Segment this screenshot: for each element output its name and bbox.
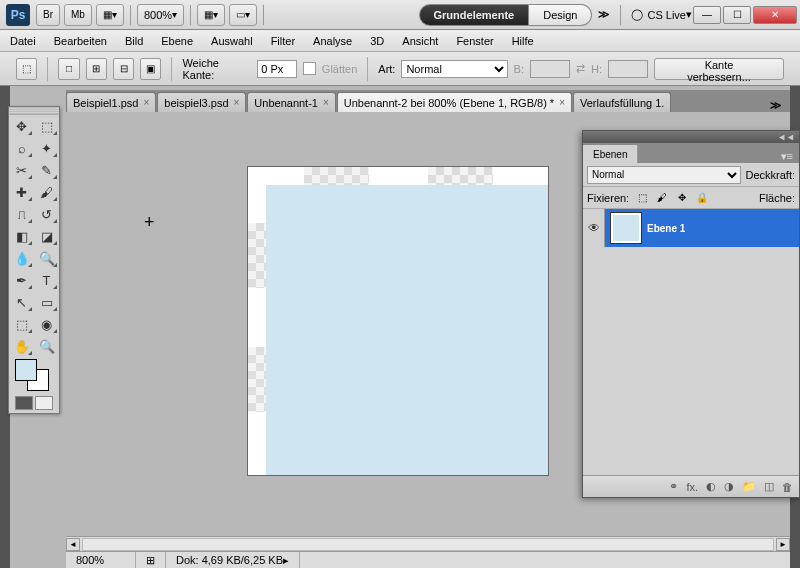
- menu-ebene[interactable]: Ebene: [161, 35, 193, 47]
- panel-tab-ebenen[interactable]: Ebenen: [583, 145, 638, 163]
- toolbox-grip[interactable]: [9, 107, 59, 115]
- menu-auswahl[interactable]: Auswahl: [211, 35, 253, 47]
- path-tool[interactable]: ↖: [9, 291, 34, 313]
- menu-bearbeiten[interactable]: Bearbeiten: [54, 35, 107, 47]
- scroll-left[interactable]: ◄: [66, 538, 80, 551]
- panel-menu-icon[interactable]: ▾≡: [775, 150, 799, 163]
- color-swatches[interactable]: [9, 357, 59, 393]
- window-close[interactable]: ✕: [753, 6, 797, 24]
- fx-icon[interactable]: fx.: [686, 481, 698, 493]
- type-tool[interactable]: T: [34, 269, 59, 291]
- 3d-camera-tool[interactable]: ◉: [34, 313, 59, 335]
- lock-all-icon[interactable]: 🔒: [695, 191, 709, 205]
- bridge-button[interactable]: Br: [36, 4, 60, 26]
- layer-name[interactable]: Ebene 1: [647, 223, 685, 234]
- tabs-overflow[interactable]: ≫: [762, 99, 790, 112]
- arrange-docs-button[interactable]: ▦▾: [197, 4, 225, 26]
- menu-filter[interactable]: Filter: [271, 35, 295, 47]
- tab-beispiel1[interactable]: Beispiel1.psd×: [66, 92, 156, 112]
- marquee-tool[interactable]: ⬚: [34, 115, 59, 137]
- mask-icon[interactable]: ◐: [706, 480, 716, 493]
- horizontal-scrollbar[interactable]: ◄ ►: [66, 536, 790, 551]
- marquee-tool-preset[interactable]: ⬚: [16, 58, 37, 80]
- blur-tool[interactable]: 💧: [9, 247, 34, 269]
- zoom-tool[interactable]: 🔍: [34, 335, 59, 357]
- status-doc-size[interactable]: Dok: 4,69 KB/6,25 KB ▸: [166, 552, 300, 568]
- stamp-tool[interactable]: ⎍: [9, 203, 34, 225]
- group-icon[interactable]: 📁: [742, 480, 756, 493]
- lasso-tool[interactable]: ⌕: [9, 137, 34, 159]
- tab-beispiel3[interactable]: beispiel3.psd×: [157, 92, 246, 112]
- shape-tool[interactable]: ▭: [34, 291, 59, 313]
- status-zoom[interactable]: 800%: [66, 552, 136, 568]
- menu-bild[interactable]: Bild: [125, 35, 143, 47]
- foreground-color[interactable]: [15, 359, 37, 381]
- close-icon[interactable]: ×: [323, 97, 329, 108]
- gradient-tool[interactable]: ◪: [34, 225, 59, 247]
- pen-tool[interactable]: ✒: [9, 269, 34, 291]
- 3d-tool[interactable]: ⬚: [9, 313, 34, 335]
- quickmask-on[interactable]: [35, 396, 53, 410]
- eyedropper-tool[interactable]: ✎: [34, 159, 59, 181]
- layer-thumbnail[interactable]: [611, 213, 641, 243]
- document-canvas[interactable]: [248, 167, 548, 475]
- crop-tool[interactable]: ✂: [9, 159, 34, 181]
- new-layer-icon[interactable]: ◫: [764, 480, 774, 493]
- visibility-icon[interactable]: 👁: [583, 209, 605, 247]
- selection-add[interactable]: ⊞: [86, 58, 107, 80]
- scroll-right[interactable]: ►: [776, 538, 790, 551]
- selection-new[interactable]: □: [58, 58, 79, 80]
- feather-input[interactable]: [257, 60, 297, 78]
- close-icon[interactable]: ×: [559, 97, 565, 108]
- brush-tool[interactable]: 🖌: [34, 181, 59, 203]
- close-icon[interactable]: ×: [143, 97, 149, 108]
- feather-label: Weiche Kante:: [182, 57, 251, 81]
- menu-hilfe[interactable]: Hilfe: [512, 35, 534, 47]
- close-icon[interactable]: ×: [234, 97, 240, 108]
- move-tool[interactable]: ✥: [9, 115, 34, 137]
- swap-icon: ⇄: [576, 62, 585, 75]
- lock-pixels-icon[interactable]: 🖌: [655, 191, 669, 205]
- workspace-design[interactable]: Design: [529, 4, 592, 26]
- menu-3d[interactable]: 3D: [370, 35, 384, 47]
- delete-layer-icon[interactable]: 🗑: [782, 481, 793, 493]
- menu-analyse[interactable]: Analyse: [313, 35, 352, 47]
- window-maximize[interactable]: ☐: [723, 6, 751, 24]
- refine-edge-button[interactable]: Kante verbessern...: [654, 58, 784, 80]
- selection-intersect[interactable]: ▣: [140, 58, 161, 80]
- screen-mode-button[interactable]: ▭▾: [229, 4, 257, 26]
- blend-mode-select[interactable]: Normal: [587, 166, 741, 184]
- lock-transparency-icon[interactable]: ⬚: [635, 191, 649, 205]
- menu-ansicht[interactable]: Ansicht: [402, 35, 438, 47]
- workspace-more[interactable]: ≫: [592, 8, 616, 21]
- dodge-tool[interactable]: 🔍: [34, 247, 59, 269]
- cslive-button[interactable]: ◯ CS Live ▾: [631, 8, 692, 21]
- history-brush-tool[interactable]: ↺: [34, 203, 59, 225]
- tab-verlauf[interactable]: Verlaufsfüllung 1.: [573, 92, 671, 112]
- panel-collapse-icon[interactable]: ◄◄: [777, 132, 795, 142]
- window-minimize[interactable]: —: [693, 6, 721, 24]
- workspace-grundelemente[interactable]: Grundelemente: [419, 4, 530, 26]
- menu-fenster[interactable]: Fenster: [456, 35, 493, 47]
- selection-subtract[interactable]: ⊟: [113, 58, 134, 80]
- quickmask-off[interactable]: [15, 396, 33, 410]
- layers-panel: ◄◄ Ebenen ▾≡ Normal Deckkraft: Fixieren:…: [582, 130, 800, 498]
- zoom-level-dropdown[interactable]: 800% ▾: [137, 4, 184, 26]
- tab-unbenannt2[interactable]: Unbenannt-2 bei 800% (Ebene 1, RGB/8) *×: [337, 92, 572, 112]
- panel-titlebar[interactable]: ◄◄: [583, 131, 799, 143]
- view-extras-button[interactable]: ▦▾: [96, 4, 124, 26]
- wand-tool[interactable]: ✦: [34, 137, 59, 159]
- healing-tool[interactable]: ✚: [9, 181, 34, 203]
- style-select[interactable]: Normal: [401, 60, 507, 78]
- minibridge-button[interactable]: Mb: [64, 4, 92, 26]
- adjustment-icon[interactable]: ◑: [724, 480, 734, 493]
- link-layers-icon[interactable]: ⚭: [669, 480, 678, 493]
- status-icon[interactable]: ⊞: [136, 552, 166, 568]
- layer-row[interactable]: 👁 Ebene 1: [583, 209, 799, 247]
- scroll-track[interactable]: [82, 538, 774, 551]
- tab-unbenannt1[interactable]: Unbenannt-1×: [247, 92, 335, 112]
- hand-tool[interactable]: ✋: [9, 335, 34, 357]
- eraser-tool[interactable]: ◧: [9, 225, 34, 247]
- menu-datei[interactable]: Datei: [10, 35, 36, 47]
- lock-position-icon[interactable]: ✥: [675, 191, 689, 205]
